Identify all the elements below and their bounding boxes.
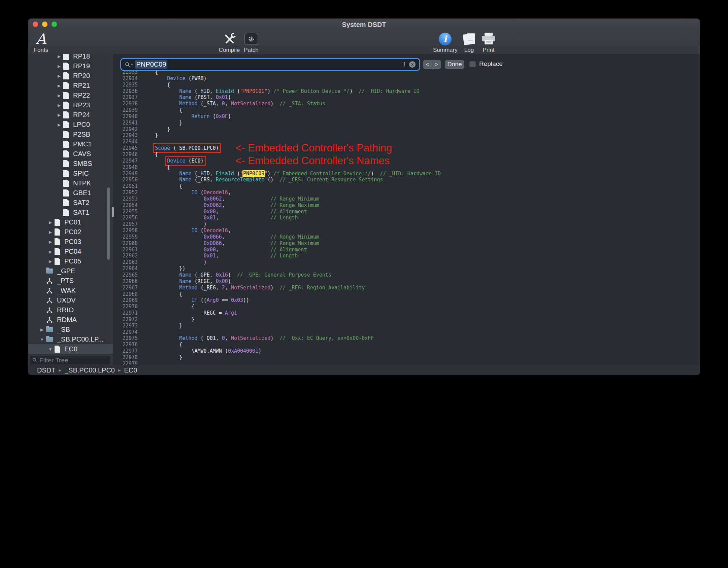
- code-line[interactable]: 22943 }: [113, 132, 700, 139]
- code-line[interactable]: 22954 0x0062, // Range Maximum: [113, 202, 700, 209]
- code-line[interactable]: 22974: [113, 329, 700, 335]
- code-line[interactable]: 22939 {: [113, 107, 700, 113]
- close-button[interactable]: [33, 22, 38, 27]
- zoom-button[interactable]: [52, 22, 57, 27]
- disclosure-icon[interactable]: ▶: [46, 259, 55, 264]
- sidebar-item-pc04[interactable]: ▶PC04: [28, 247, 113, 256]
- code-line[interactable]: 22979: [113, 361, 700, 365]
- code-line[interactable]: 22940 Return (0x0F): [113, 113, 700, 120]
- code-line[interactable]: 22959 0x0066, // Range Minimum: [113, 234, 700, 240]
- sidebar-item-rp19[interactable]: ▶RP19: [28, 61, 113, 71]
- code-line[interactable]: 22951 {: [113, 183, 700, 189]
- sidebar-item-sat1[interactable]: SAT1: [28, 208, 113, 217]
- minimize-button[interactable]: [42, 22, 47, 27]
- code-line[interactable]: 22973 }: [113, 323, 700, 329]
- disclosure-icon[interactable]: ▶: [46, 220, 55, 225]
- code-line[interactable]: 22948 {: [113, 164, 700, 171]
- code-line[interactable]: 22972 }: [113, 316, 700, 323]
- code-line[interactable]: 22936 Name (_HID, EisaId ("PNP0C0C") /* …: [113, 88, 700, 95]
- code-line[interactable]: 22960 0x0066, // Range Maximum: [113, 240, 700, 247]
- sidebar-item-pc02[interactable]: ▶PC02: [28, 227, 113, 237]
- disclosure-icon[interactable]: ▼: [38, 337, 46, 342]
- sidebar-item-pts[interactable]: _PTS: [28, 276, 113, 286]
- sidebar-item-gbe1[interactable]: GBE1: [28, 188, 113, 198]
- disclosure-icon[interactable]: ▼: [46, 347, 55, 352]
- search-scope-chevron-icon[interactable]: ▾: [131, 62, 133, 67]
- sidebar-item-rp24[interactable]: ▶RP24: [28, 110, 113, 120]
- sidebar-item-rp22[interactable]: ▶RP22: [28, 91, 113, 100]
- disclosure-icon[interactable]: ▶: [55, 74, 63, 78]
- code-line[interactable]: 22963 ): [113, 259, 700, 265]
- sidebar-item-sb-pc00-lp[interactable]: ▼_SB.PC00.LP...: [28, 334, 113, 344]
- code-line[interactable]: 22978 }: [113, 354, 700, 361]
- code-line[interactable]: 22950 Name (_CRS, ResourceTemplate () //…: [113, 177, 700, 183]
- code-line[interactable]: 22976 {: [113, 342, 700, 348]
- sidebar-item-p2sb[interactable]: P2SB: [28, 130, 113, 139]
- disclosure-icon[interactable]: ▶: [55, 103, 63, 108]
- sidebar-item-wak[interactable]: _WAK: [28, 286, 113, 295]
- sidebar-item-pmc1[interactable]: PMC1: [28, 139, 113, 149]
- patch-button[interactable]: Patch: [240, 31, 262, 54]
- sidebar-item-rdma[interactable]: RDMA: [28, 315, 113, 325]
- breadcrumb-item[interactable]: EC0: [124, 366, 137, 374]
- code-line[interactable]: 22938 Method (_STA, 0, NotSerialized) //…: [113, 101, 700, 107]
- sidebar-item-sat2[interactable]: SAT2: [28, 198, 113, 208]
- sidebar-item-cavs[interactable]: CAVS: [28, 149, 113, 159]
- code-line[interactable]: 22961 0x00, // Alignment: [113, 247, 700, 253]
- code-line[interactable]: 22946 {: [113, 151, 700, 158]
- breadcrumb-item[interactable]: DSDT: [37, 366, 55, 374]
- find-previous-button[interactable]: <: [423, 60, 432, 69]
- code-line[interactable]: 22935 {: [113, 82, 700, 88]
- code-line[interactable]: 22958 IO (Decode16,: [113, 227, 700, 234]
- compile-button[interactable]: Compile: [217, 31, 242, 54]
- code-line[interactable]: 22966 Name (REGC, 0x00): [113, 278, 700, 285]
- code-line[interactable]: 22949 Name (_HID, EisaId ("PNP0C09") /* …: [113, 171, 700, 177]
- code-line[interactable]: 22955 0x00, // Alignment: [113, 209, 700, 215]
- splitter-handle[interactable]: [112, 207, 114, 217]
- code-line[interactable]: 22937 Name (PBST, 0x01): [113, 94, 700, 101]
- code-line[interactable]: 22967 Method (_REG, 2, NotSerialized) //…: [113, 285, 700, 291]
- done-button[interactable]: Done: [445, 60, 464, 69]
- disclosure-icon[interactable]: ▶: [55, 122, 63, 127]
- code-line[interactable]: 22945 Scope (_SB.PC00.LPC0): [113, 145, 700, 151]
- disclosure-icon[interactable]: ▶: [55, 64, 63, 69]
- code-line[interactable]: 22975 Method (_Q01, 0, NotSerialized) //…: [113, 335, 700, 342]
- code-line[interactable]: 22970 {: [113, 304, 700, 310]
- sidebar-item-rp21[interactable]: ▶RP21: [28, 81, 113, 91]
- log-button[interactable]: Log: [460, 31, 478, 54]
- sidebar-item-rp23[interactable]: ▶RP23: [28, 100, 113, 110]
- sidebar-item-rrio[interactable]: RRIO: [28, 305, 113, 315]
- code-line[interactable]: 22947 Device (EC0): [113, 158, 700, 164]
- code-line[interactable]: 22953 0x0062, // Range Minimum: [113, 196, 700, 202]
- sidebar-item-rp18[interactable]: ▶RP18: [28, 54, 113, 61]
- find-input[interactable]: ▾ PNP0C09 1 ✕: [122, 59, 419, 70]
- sidebar-item-lpc0[interactable]: ▶LPC0: [28, 120, 113, 130]
- sidebar-item-uxdv[interactable]: UXDV: [28, 295, 113, 305]
- find-next-button[interactable]: >: [432, 60, 441, 69]
- replace-checkbox[interactable]: [469, 61, 476, 67]
- sidebar-item-ntpk[interactable]: NTPK: [28, 178, 113, 188]
- code-line[interactable]: 22952 IO (Decode16,: [113, 189, 700, 196]
- disclosure-icon[interactable]: ▶: [55, 83, 63, 88]
- filter-tree-input[interactable]: Filter Tree: [30, 356, 110, 364]
- disclosure-icon[interactable]: ▶: [55, 93, 63, 98]
- code-line[interactable]: 22977 \AMW0.AMWN (0xA0040001): [113, 348, 700, 354]
- disclosure-icon[interactable]: ▶: [55, 113, 63, 117]
- sidebar-item-spic[interactable]: SPIC: [28, 169, 113, 178]
- code-line[interactable]: 22965 Name (_GPE, 0x16) // _GPE: General…: [113, 272, 700, 278]
- code-line[interactable]: 22964 }): [113, 265, 700, 272]
- clear-search-icon[interactable]: ✕: [409, 61, 416, 68]
- disclosure-icon[interactable]: ▶: [46, 240, 55, 244]
- code-line[interactable]: 22957 ): [113, 221, 700, 227]
- code-line[interactable]: 22941 }: [113, 120, 700, 126]
- sidebar-item-ec0[interactable]: ▼EC0: [28, 344, 113, 354]
- sidebar-item-sb[interactable]: ▶_SB: [28, 325, 113, 334]
- sidebar-scrollbar[interactable]: [107, 187, 110, 260]
- code-area[interactable]: 22933 {22934 Device (PWRB)22935 {22936 N…: [113, 69, 700, 365]
- disclosure-icon[interactable]: ▶: [55, 54, 63, 59]
- fonts-button[interactable]: A Fonts: [30, 31, 52, 54]
- disclosure-icon[interactable]: ▶: [38, 327, 46, 332]
- code-line[interactable]: 22968 {: [113, 291, 700, 297]
- code-line[interactable]: 22942 }: [113, 126, 700, 133]
- code-line[interactable]: 22969 If ((Arg0 == 0x03)): [113, 297, 700, 304]
